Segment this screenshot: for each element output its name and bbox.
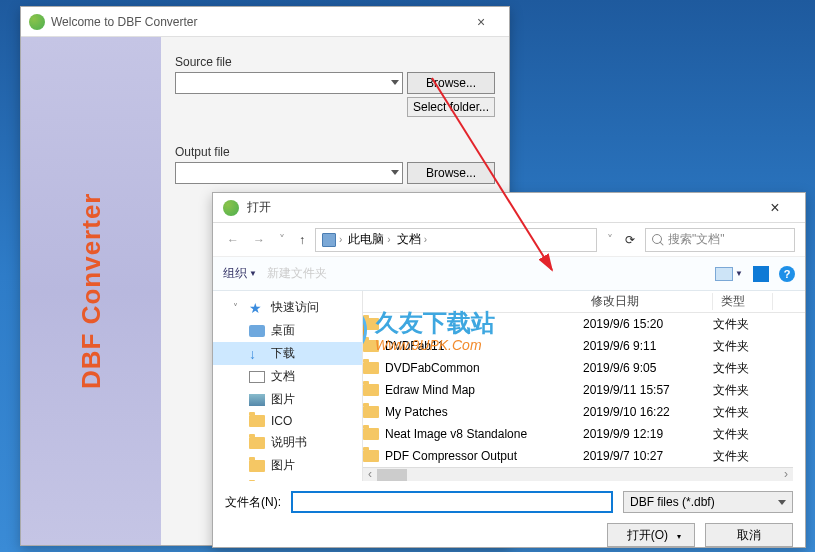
breadcrumb[interactable]: › 此电脑› 文档›	[315, 228, 597, 252]
output-file-combo[interactable]	[175, 162, 403, 184]
breadcrumb-docs: 文档›	[395, 231, 429, 248]
file-date: 2019/9/6 15:20	[583, 317, 713, 331]
sidebar-item[interactable]: ↓下载	[213, 342, 362, 365]
scrollbar-thumb[interactable]	[377, 469, 407, 481]
dialog-title: 打开	[247, 199, 755, 216]
up-button[interactable]: ↑	[295, 231, 309, 249]
sidebar-item[interactable]: 未传	[213, 477, 362, 481]
file-type: 文件夹	[713, 448, 773, 465]
dialog-titlebar: 打开 ×	[213, 193, 805, 223]
help-button[interactable]: ?	[779, 266, 795, 282]
file-type: 文件夹	[713, 382, 773, 399]
file-name: DVDFabCommon	[385, 361, 480, 375]
select-folder-button[interactable]: Select folder...	[407, 97, 495, 117]
source-file-combo[interactable]	[175, 72, 403, 94]
folder-icon	[363, 384, 379, 396]
scroll-left-button[interactable]: ‹	[363, 468, 377, 482]
sidebar-item-label: 图片	[271, 457, 295, 474]
table-row[interactable]: Edraw Mind Map2019/9/11 15:57文件夹	[363, 379, 805, 401]
file-type: 文件夹	[713, 404, 773, 421]
titlebar: Welcome to DBF Converter ×	[21, 7, 509, 37]
folder-icon	[363, 362, 379, 374]
scroll-right-button[interactable]: ›	[779, 468, 793, 482]
new-folder-button[interactable]: 新建文件夹	[267, 265, 327, 282]
refresh-button[interactable]: ⟳	[621, 231, 639, 249]
file-type: 文件夹	[713, 338, 773, 355]
pics-icon	[249, 394, 265, 406]
file-name: PDF Compressor Output	[385, 449, 517, 463]
table-row[interactable]: DVDFabCommon2019/9/6 9:05文件夹	[363, 357, 805, 379]
folder-icon	[249, 415, 265, 427]
sidebar-item[interactable]: 说明书	[213, 431, 362, 454]
file-date: 2019/9/6 9:11	[583, 339, 713, 353]
file-type: 文件夹	[713, 426, 773, 443]
file-date: 2019/9/11 15:57	[583, 383, 713, 397]
output-file-label: Output file	[175, 145, 495, 159]
folder-icon	[363, 318, 379, 330]
sidebar-item-label: 桌面	[271, 322, 295, 339]
nav-row: ← → ˅ ↑ › 此电脑› 文档› ˅ ⟳ 搜索"文档"	[213, 223, 805, 257]
banner: DBF Converter	[21, 37, 161, 545]
folder-icon	[249, 460, 265, 472]
view-options-button[interactable]: ▼	[715, 267, 743, 281]
folder-icon	[363, 450, 379, 462]
file-list-header: 修改日期 类型	[363, 291, 805, 313]
folder-icon	[249, 437, 265, 449]
open-button[interactable]: 打开(O) ▾	[607, 523, 695, 547]
sidebar-item[interactable]: 桌面	[213, 319, 362, 342]
source-browse-button[interactable]: Browse...	[407, 72, 495, 94]
filename-input[interactable]	[291, 491, 613, 513]
source-file-label: Source file	[175, 55, 495, 69]
table-row[interactable]: Neat Image v8 Standalone2019/9/9 12:19文件…	[363, 423, 805, 445]
file-name: DVDFab11	[385, 339, 444, 353]
desktop-icon	[249, 325, 265, 337]
sidebar-item-label: 说明书	[271, 434, 307, 451]
close-button[interactable]: ×	[461, 14, 501, 30]
folder-icon	[363, 340, 379, 352]
sidebar-item-label: 下载	[271, 345, 295, 362]
dialog-app-icon	[223, 200, 239, 216]
list-view-icon	[715, 267, 733, 281]
back-button[interactable]: ←	[223, 231, 243, 249]
dialog-close-button[interactable]: ×	[755, 199, 795, 217]
col-date[interactable]: 修改日期	[583, 293, 713, 310]
file-date: 2019/9/7 10:27	[583, 449, 713, 463]
file-date: 2019/9/10 16:22	[583, 405, 713, 419]
file-list: 久友下载站 Www.9UPK.Com 修改日期 类型 2019/9/6 15:2…	[363, 291, 805, 481]
forward-button[interactable]: →	[249, 231, 269, 249]
file-type: 文件夹	[713, 360, 773, 377]
table-row[interactable]: 2019/9/6 15:20文件夹	[363, 313, 805, 335]
horizontal-scrollbar[interactable]: ‹ ›	[363, 467, 793, 481]
breadcrumb-dropdown[interactable]: ˅	[603, 231, 617, 249]
sidebar: ˅★快速访问桌面↓下载文档图片ICO说明书图片未传	[213, 291, 363, 481]
recent-dropdown[interactable]: ˅	[275, 231, 289, 249]
filetype-combo[interactable]: DBF files (*.dbf)	[623, 491, 793, 513]
folder-icon	[363, 428, 379, 440]
organize-menu[interactable]: 组织 ▼	[223, 265, 257, 282]
table-row[interactable]: My Patches2019/9/10 16:22文件夹	[363, 401, 805, 423]
filename-label: 文件名(N):	[225, 494, 281, 511]
sidebar-item[interactable]: 图片	[213, 388, 362, 411]
file-date: 2019/9/6 9:05	[583, 361, 713, 375]
sidebar-item[interactable]: ˅★快速访问	[213, 296, 362, 319]
sidebar-item-label: 文档	[271, 368, 295, 385]
folder-icon	[363, 406, 379, 418]
preview-pane-button[interactable]	[753, 266, 769, 282]
sidebar-item[interactable]: 图片	[213, 454, 362, 477]
table-row[interactable]: PDF Compressor Output2019/9/7 10:27文件夹	[363, 445, 805, 467]
sidebar-item-label: 未传	[271, 480, 295, 481]
file-name: Neat Image v8 Standalone	[385, 427, 527, 441]
sidebar-item[interactable]: 文档	[213, 365, 362, 388]
file-name: Edraw Mind Map	[385, 383, 475, 397]
sidebar-item-label: 快速访问	[271, 299, 319, 316]
search-input[interactable]: 搜索"文档"	[645, 228, 795, 252]
window-title: Welcome to DBF Converter	[51, 15, 461, 29]
cancel-button[interactable]: 取消	[705, 523, 793, 547]
pc-icon	[322, 233, 336, 247]
sidebar-item[interactable]: ICO	[213, 411, 362, 431]
output-browse-button[interactable]: Browse...	[407, 162, 495, 184]
table-row[interactable]: DVDFab112019/9/6 9:11文件夹	[363, 335, 805, 357]
col-type[interactable]: 类型	[713, 293, 773, 310]
app-icon	[29, 14, 45, 30]
sidebar-item-label: 图片	[271, 391, 295, 408]
